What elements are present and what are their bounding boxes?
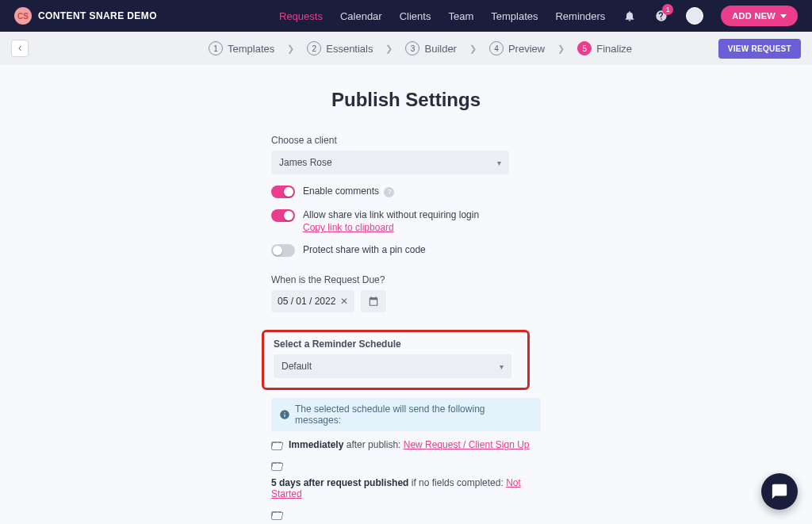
help-icon[interactable]: ? <box>384 187 394 197</box>
chat-icon <box>771 483 788 500</box>
toggle-comments-label: Enable comments ? <box>303 186 394 197</box>
back-button[interactable] <box>11 40 29 57</box>
steps: 1Templates ❯ 2Essentials ❯ 3Builder ❯ 4P… <box>209 41 632 55</box>
toggle-share-label: Allow share via link without requiring l… <box>303 209 479 220</box>
client-value: James Rose <box>279 157 332 168</box>
schedule-info-bar: The selected schedule will send the foll… <box>271 398 541 431</box>
nav-links: Requests Calendar Clients Team Templates… <box>279 6 798 26</box>
avatar[interactable] <box>686 7 703 25</box>
chevron-down-icon: ▾ <box>497 159 501 167</box>
reminder-highlight: Select a Reminder Schedule Default ▾ <box>262 330 530 390</box>
calendar-button[interactable] <box>361 290 386 312</box>
chevron-right-icon: ❯ <box>557 44 565 54</box>
chevron-right-icon: ❯ <box>385 44 393 54</box>
toggle-pin[interactable] <box>271 244 295 257</box>
chevron-down-icon <box>780 14 787 18</box>
reminder-select[interactable]: Default ▾ <box>274 354 511 378</box>
schedule-list: Immediately after publish: New Request /… <box>271 439 541 524</box>
chevron-down-icon: ▾ <box>500 362 504 371</box>
add-new-button[interactable]: ADD NEW <box>721 6 798 26</box>
client-select[interactable]: James Rose ▾ <box>271 151 509 174</box>
due-date-value: 05 / 01 / 2022 <box>278 296 335 307</box>
content: Publish Settings Choose a client James R… <box>121 89 691 524</box>
chat-widget[interactable] <box>761 473 798 510</box>
app-name: CONTENT SNARE DEMO <box>38 10 157 21</box>
topbar: CS CONTENT SNARE DEMO Requests Calendar … <box>0 0 812 32</box>
mail-icon <box>271 442 282 450</box>
scroll-area[interactable]: Publish Settings Choose a client James R… <box>0 65 812 524</box>
step-preview[interactable]: 4Preview <box>489 41 545 55</box>
info-icon <box>279 409 290 420</box>
schedule-link[interactable]: New Request / Client Sign Up <box>404 439 530 450</box>
step-finalize[interactable]: 5Finalize <box>577 41 632 55</box>
copy-link-action[interactable]: Copy link to clipboard <box>303 222 479 233</box>
page-title: Publish Settings <box>255 89 557 111</box>
due-label: When is the Request Due? <box>271 274 541 285</box>
help-wrap[interactable]: 1 <box>654 9 668 23</box>
step-essentials[interactable]: 2Essentials <box>307 41 373 55</box>
nav-templates[interactable]: Templates <box>491 10 538 22</box>
schedule-row: 10 days after request published if not a… <box>271 509 541 524</box>
nav-team[interactable]: Team <box>448 10 473 22</box>
due-date-input[interactable]: 05 / 01 / 2022 ✕ <box>271 290 354 312</box>
nav-clients[interactable]: Clients <box>400 10 431 22</box>
logo-badge: CS <box>14 7 32 25</box>
schedule-info-text: The selected schedule will send the foll… <box>295 404 533 426</box>
notif-badge: 1 <box>662 4 673 15</box>
reminder-value: Default <box>282 361 312 372</box>
nav-reminders[interactable]: Reminders <box>555 10 605 22</box>
schedule-row: Immediately after publish: New Request /… <box>271 439 541 450</box>
mail-icon <box>271 511 282 520</box>
nav-calendar[interactable]: Calendar <box>340 10 382 22</box>
add-new-label: ADD NEW <box>732 11 776 21</box>
reminder-label: Select a Reminder Schedule <box>274 338 518 350</box>
step-templates[interactable]: 1Templates <box>209 41 274 55</box>
bell-icon[interactable] <box>622 9 637 23</box>
close-icon[interactable]: ✕ <box>340 296 348 307</box>
chevron-right-icon: ❯ <box>469 44 477 54</box>
chevron-right-icon: ❯ <box>287 44 294 54</box>
toggle-pin-label: Protect share with a pin code <box>303 244 426 255</box>
step-builder[interactable]: 3Builder <box>405 41 456 55</box>
toggle-share[interactable] <box>271 209 295 222</box>
schedule-row: 5 days after request published if no fie… <box>271 460 541 499</box>
view-request-button[interactable]: VIEW REQUEST <box>718 39 801 59</box>
nav-requests[interactable]: Requests <box>279 10 323 22</box>
calendar-icon <box>368 296 379 307</box>
client-label: Choose a client <box>271 135 541 146</box>
stepper-bar: 1Templates ❯ 2Essentials ❯ 3Builder ❯ 4P… <box>0 32 812 65</box>
toggle-comments[interactable] <box>271 186 295 198</box>
mail-icon <box>271 462 282 471</box>
